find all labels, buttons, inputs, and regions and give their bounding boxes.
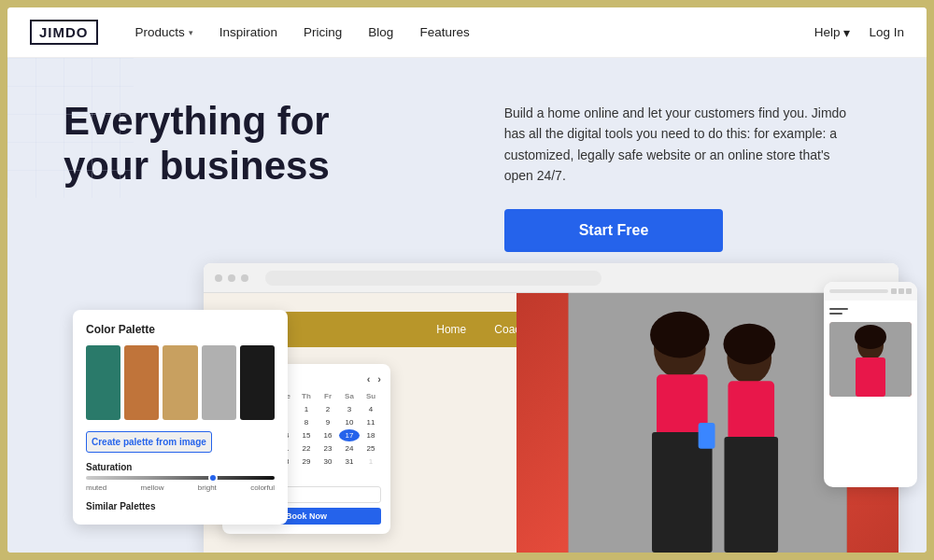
main-content: Everything for your business Build a hom… <box>7 58 927 553</box>
saturation-handle[interactable] <box>208 473 218 483</box>
svg-rect-11 <box>724 437 778 553</box>
mobile-image-placeholder <box>829 322 912 397</box>
cal-day-today[interactable]: 17 <box>339 429 360 441</box>
mockup-area: Home Coaching About Contact <box>176 263 927 553</box>
chevron-down-icon: ▾ <box>843 25 850 40</box>
calendar-navigation[interactable]: ‹ › <box>367 373 381 385</box>
help-button[interactable]: Help ▾ <box>814 25 851 40</box>
mobile-header <box>824 282 917 301</box>
browser-window: Home Coaching About Contact <box>204 263 899 553</box>
svg-point-9 <box>723 324 775 365</box>
cal-day[interactable]: 8 <box>296 416 317 428</box>
saturation-labels: muted mellow bright colorful <box>86 483 275 492</box>
swatch-3 <box>163 345 197 420</box>
palette-title: Color Palette <box>86 323 275 336</box>
cal-prev-icon[interactable]: ‹ <box>367 373 371 385</box>
mobile-icon-dot-2 <box>899 288 904 294</box>
browser-toolbar <box>204 263 899 293</box>
nav-links: Products ▾ Inspiration Pricing Blog Feat… <box>135 25 814 39</box>
color-palette-card: Color Palette Create palette from image … <box>73 310 288 525</box>
swatch-1 <box>86 345 120 420</box>
palette-swatches <box>86 345 275 420</box>
cal-header-fr: Fr <box>318 390 338 402</box>
chevron-down-icon: ▾ <box>189 28 193 37</box>
cal-header-sa: Sa <box>339 390 360 402</box>
browser-dot-1 <box>215 274 222 282</box>
mobile-card <box>824 282 917 487</box>
cal-day[interactable]: 3 <box>339 403 360 415</box>
cal-day[interactable]: 15 <box>296 429 317 441</box>
hero-right: Build a home online and let your custome… <box>504 99 870 252</box>
sat-bright: bright <box>198 483 217 492</box>
cal-day[interactable]: 16 <box>318 429 338 441</box>
browser-address-bar <box>265 271 601 286</box>
features-nav-item[interactable]: Features <box>419 25 469 39</box>
browser-dot-2 <box>228 274 235 282</box>
cal-day[interactable]: 4 <box>361 403 381 415</box>
cal-header-th: Th <box>296 390 317 402</box>
cal-header-su: Su <box>361 390 381 402</box>
sat-colorful: colorful <box>250 483 275 492</box>
cal-day[interactable]: 9 <box>318 416 338 428</box>
hero-section: Everything for your business Build a hom… <box>7 58 927 271</box>
cal-day[interactable]: 18 <box>361 429 381 441</box>
browser-dot-3 <box>241 274 248 282</box>
similar-palettes-label: Similar Palettes <box>86 501 275 511</box>
cal-day[interactable]: 11 <box>361 416 381 428</box>
svg-rect-7 <box>698 423 715 449</box>
nav-right: Help ▾ Log In <box>814 25 904 40</box>
mobile-icon-dot-3 <box>906 288 912 294</box>
svg-point-14 <box>855 325 886 349</box>
cal-next-icon[interactable]: › <box>377 373 381 385</box>
create-palette-button[interactable]: Create palette from image <box>86 431 212 453</box>
page-container: JIMDO Products ▾ Inspiration Pricing Blo… <box>7 7 927 553</box>
svg-point-4 <box>650 312 710 358</box>
mobile-icons <box>891 288 912 294</box>
hero-left: Everything for your business <box>64 99 467 252</box>
saturation-bar[interactable] <box>86 476 275 480</box>
start-free-button[interactable]: Start Free <box>504 209 724 252</box>
hero-description: Build a home online and let your custome… <box>504 103 859 187</box>
swatch-2 <box>124 345 159 420</box>
cal-day[interactable]: 10 <box>339 416 360 428</box>
cal-day[interactable]: 25 <box>361 442 381 455</box>
cal-day[interactable]: 22 <box>296 442 317 455</box>
cal-day[interactable]: 1 <box>296 403 317 415</box>
swatch-4 <box>202 345 236 420</box>
navbar: JIMDO Products ▾ Inspiration Pricing Blo… <box>7 7 927 58</box>
hamburger-icon[interactable] <box>829 308 848 310</box>
login-button[interactable]: Log In <box>869 25 904 39</box>
mobile-content <box>824 301 917 412</box>
cal-day[interactable]: 1 <box>361 455 381 468</box>
cal-day[interactable]: 24 <box>339 442 360 455</box>
hamburger-icon-2 <box>829 313 842 315</box>
cal-day[interactable]: 23 <box>318 442 338 455</box>
blog-nav-item[interactable]: Blog <box>368 25 393 39</box>
cal-day[interactable]: 2 <box>318 403 338 415</box>
saturation-label: Saturation <box>86 462 275 472</box>
mobile-photo <box>829 322 912 397</box>
logo[interactable]: JIMDO <box>30 20 98 45</box>
sat-mellow: mellow <box>141 483 164 492</box>
svg-rect-15 <box>856 357 885 397</box>
mobile-bar <box>829 289 888 293</box>
cal-day[interactable]: 30 <box>318 455 338 468</box>
inspiration-nav-item[interactable]: Inspiration <box>219 25 277 39</box>
sat-muted: muted <box>86 483 106 492</box>
site-nav-home: Home <box>436 323 466 336</box>
pricing-nav-item[interactable]: Pricing <box>304 25 342 39</box>
hero-heading: Everything for your business <box>64 99 467 189</box>
products-nav-item[interactable]: Products ▾ <box>135 25 193 39</box>
swatch-5 <box>240 345 275 420</box>
cal-day[interactable]: 29 <box>296 455 317 468</box>
mobile-icon-dot-1 <box>891 288 897 294</box>
svg-rect-6 <box>652 432 713 553</box>
browser-content: Home Coaching About Contact <box>204 293 899 553</box>
cal-day[interactable]: 31 <box>339 455 360 468</box>
